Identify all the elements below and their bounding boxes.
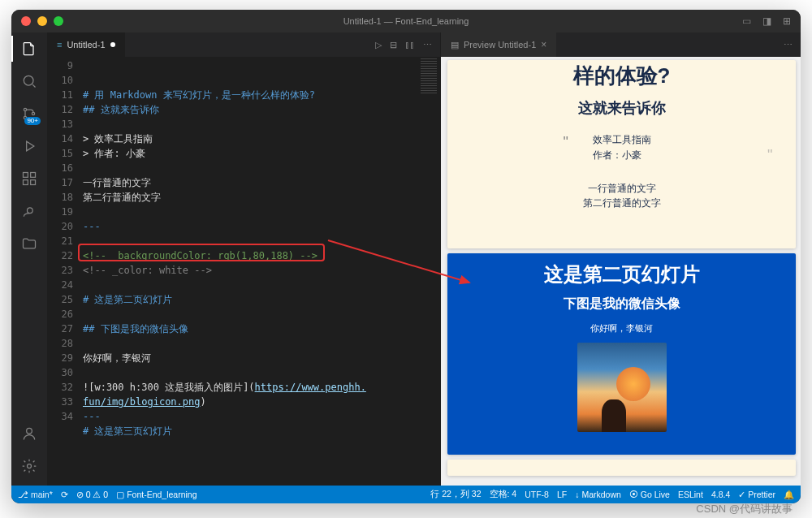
tab-icon: ≡ bbox=[57, 40, 62, 50]
svg-point-0 bbox=[24, 76, 33, 85]
minimap[interactable] bbox=[419, 57, 440, 486]
watermark: CSDN @代码讲故事 bbox=[696, 502, 793, 516]
tab-label: Untitled-1 bbox=[67, 40, 105, 50]
status-language[interactable]: ↓ Markdown bbox=[575, 490, 621, 499]
titlebar: Untitled-1 — Font-End_learning ▭ ◨ ⊞ bbox=[11, 10, 801, 32]
preview-pane: ▤ Preview Untitled-1 × ⋯ 样的体验? 这就来告诉你 效率… bbox=[440, 32, 801, 486]
svg-rect-7 bbox=[31, 180, 36, 185]
status-problems[interactable]: ⊘ 0 ⚠ 0 bbox=[76, 490, 108, 499]
status-bell-icon[interactable]: 🔔 bbox=[784, 490, 794, 500]
code-line: # 这是第三页幻灯片 bbox=[83, 425, 172, 437]
editor-body[interactable]: 9101112131415161718192021222324252627282… bbox=[47, 57, 440, 486]
more-icon[interactable]: ⋯ bbox=[423, 40, 432, 50]
slide-3 bbox=[447, 460, 796, 476]
code-line: ![w:300 h:300 这是我插入的图片]( bbox=[83, 382, 255, 393]
slide-1: 样的体验? 这就来告诉你 效率工具指南 作者：小豪 一行普通的文字 第二行普通的… bbox=[447, 60, 796, 248]
tab-preview[interactable]: ▤ Preview Untitled-1 × bbox=[441, 32, 557, 57]
status-folder[interactable]: ▢ Font-End_learning bbox=[116, 490, 197, 499]
run-icon[interactable]: ▷ bbox=[375, 40, 382, 50]
close-icon[interactable]: × bbox=[541, 39, 546, 50]
code-url[interactable]: fun/img/blogicon.png bbox=[83, 396, 201, 408]
code-line: > 作者: 小豪 bbox=[83, 148, 145, 159]
code-line: --- bbox=[83, 411, 101, 422]
code-area[interactable]: # 用 Markdown 来写幻灯片，是一种什么样的体验? ## 这就来告诉你 … bbox=[83, 57, 419, 486]
code-line: ## 这就来告诉你 bbox=[83, 104, 159, 115]
status-bar: ⎇ main* ⟳ ⊘ 0 ⚠ 0 ▢ Font-End_learning 行 … bbox=[11, 486, 801, 503]
code-line: 一行普通的文字 bbox=[83, 177, 151, 188]
slide1-subtitle: 这就来告诉你 bbox=[578, 98, 666, 118]
status-encoding[interactable]: UTF-8 bbox=[525, 490, 549, 499]
code-line: 第二行普通的文字 bbox=[83, 192, 161, 203]
slide1-title: 样的体验? bbox=[573, 62, 671, 90]
code-line: <!-- _color: white --> bbox=[83, 265, 212, 276]
scm-badge: 90+ bbox=[24, 117, 41, 125]
line-gutter: 9101112131415161718192021222324252627282… bbox=[47, 57, 83, 486]
svg-point-3 bbox=[32, 112, 34, 114]
preview-icon[interactable]: ⫿⫿ bbox=[405, 40, 415, 50]
preview-tabs: ▤ Preview Untitled-1 × ⋯ bbox=[441, 32, 801, 57]
svg-rect-5 bbox=[31, 173, 36, 178]
editor-tab-actions: ▷ ⊟ ⫿⫿ ⋯ bbox=[367, 32, 440, 57]
more-icon[interactable]: ⋯ bbox=[784, 40, 793, 50]
status-branch[interactable]: ⎇ main* bbox=[18, 490, 53, 499]
svg-point-8 bbox=[27, 428, 32, 434]
status-golive[interactable]: ⦿ Go Live bbox=[629, 490, 670, 499]
minimize-icon[interactable] bbox=[37, 16, 47, 26]
status-cursor[interactable]: 行 22，列 32 bbox=[430, 489, 481, 500]
preview-tab-label: Preview Untitled-1 bbox=[464, 40, 536, 50]
code-line: ## 下图是我的微信头像 bbox=[83, 323, 188, 335]
slide2-subtitle: 下图是我的微信头像 bbox=[564, 296, 680, 313]
close-icon[interactable] bbox=[21, 16, 31, 26]
slide1-quote: 效率工具指南 作者：小豪 bbox=[593, 132, 651, 163]
window-title: Untitled-1 — Font-End_learning bbox=[343, 16, 469, 26]
slide2-greet: 你好啊，李银河 bbox=[590, 322, 653, 335]
status-eslint[interactable]: ESLint bbox=[678, 490, 703, 499]
svg-point-9 bbox=[28, 464, 32, 468]
search-icon[interactable] bbox=[19, 71, 39, 91]
code-line: --- bbox=[83, 221, 101, 232]
split-icon[interactable]: ⊟ bbox=[390, 40, 397, 50]
layout-panel-icon[interactable]: ▭ bbox=[742, 15, 751, 27]
code-url[interactable]: https://www.penghh. bbox=[255, 382, 366, 393]
layout-split-icon[interactable]: ⊞ bbox=[783, 15, 791, 27]
slide-2: 这是第二页幻灯片 下图是我的微信头像 你好啊，李银河 bbox=[447, 253, 796, 455]
modified-indicator-icon bbox=[110, 42, 115, 47]
editor-tabs: ≡ Untitled-1 ▷ ⊟ ⫿⫿ ⋯ bbox=[47, 32, 440, 57]
tab-untitled[interactable]: ≡ Untitled-1 bbox=[47, 32, 126, 57]
main-area: 90+ bbox=[11, 32, 801, 486]
traffic-lights bbox=[21, 16, 63, 26]
code-line: # 这是第二页幻灯片 bbox=[83, 294, 172, 305]
title-actions: ▭ ◨ ⊞ bbox=[742, 15, 791, 27]
status-eol[interactable]: LF bbox=[557, 490, 567, 499]
gear-icon[interactable] bbox=[19, 456, 39, 476]
status-version[interactable]: 4.8.4 bbox=[711, 490, 730, 499]
status-sync-icon[interactable]: ⟳ bbox=[61, 490, 68, 499]
source-control-icon[interactable]: 90+ bbox=[19, 104, 39, 123]
layout-sidebar-icon[interactable]: ◨ bbox=[762, 15, 771, 27]
svg-rect-4 bbox=[24, 173, 28, 178]
code-line: > 效率工具指南 bbox=[83, 133, 153, 145]
code-line: ) bbox=[201, 396, 206, 408]
remote-icon[interactable] bbox=[19, 201, 39, 221]
slide2-title: 这是第二页幻灯片 bbox=[544, 261, 700, 287]
extensions-icon[interactable] bbox=[19, 169, 39, 188]
slide2-image bbox=[577, 343, 667, 432]
code-line-highlighted: <!-- _backgroundColor: rgb(1,80,188) --> bbox=[83, 250, 317, 261]
status-prettier[interactable]: ✓ Prettier bbox=[738, 490, 775, 499]
code-line: 你好啊，李银河 bbox=[83, 352, 151, 364]
maximize-icon[interactable] bbox=[54, 16, 63, 26]
debug-icon[interactable] bbox=[19, 136, 39, 156]
preview-tab-icon: ▤ bbox=[451, 40, 459, 50]
activity-bar: 90+ bbox=[11, 32, 47, 486]
status-spaces[interactable]: 空格: 4 bbox=[490, 489, 517, 500]
svg-rect-6 bbox=[24, 180, 28, 185]
explorer-icon[interactable] bbox=[19, 39, 39, 58]
code-line: # 用 Markdown 来写幻灯片，是一种什么样的体验? bbox=[83, 89, 315, 101]
account-icon[interactable] bbox=[19, 424, 39, 443]
folder-icon[interactable] bbox=[19, 234, 39, 253]
preview-body[interactable]: 样的体验? 这就来告诉你 效率工具指南 作者：小豪 一行普通的文字 第二行普通的… bbox=[441, 57, 801, 486]
svg-point-1 bbox=[24, 108, 26, 110]
slide1-body: 一行普通的文字 第二行普通的文字 bbox=[583, 181, 661, 210]
vscode-window: Untitled-1 — Font-End_learning ▭ ◨ ⊞ 90+ bbox=[11, 10, 801, 503]
editor-group-left: ≡ Untitled-1 ▷ ⊟ ⫿⫿ ⋯ 910111213141516171… bbox=[47, 32, 440, 486]
